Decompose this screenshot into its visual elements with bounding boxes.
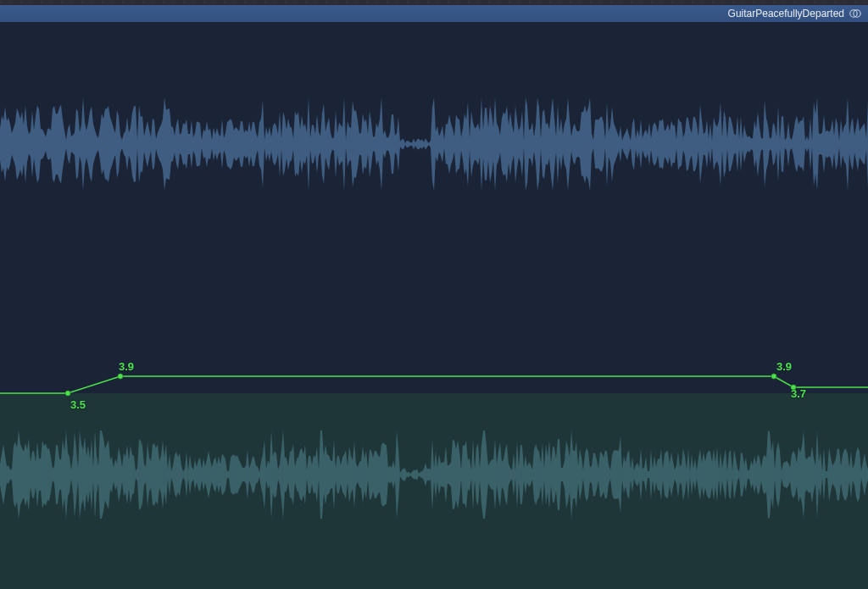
audio-clip-body[interactable]: 3.5 3.9 3.9 3.7 <box>0 22 868 589</box>
automation-point[interactable] <box>771 374 776 379</box>
automation-line[interactable] <box>0 376 868 393</box>
automation-point[interactable] <box>65 391 70 396</box>
audio-clip-header[interactable]: GuitarPeacefullyDeparted <box>0 5 868 22</box>
automation-point[interactable] <box>791 385 796 390</box>
stereo-icon <box>849 8 861 19</box>
automation-point[interactable] <box>118 374 123 379</box>
clip-name-label: GuitarPeacefullyDeparted <box>728 8 844 19</box>
automation-overlay[interactable] <box>0 22 868 589</box>
